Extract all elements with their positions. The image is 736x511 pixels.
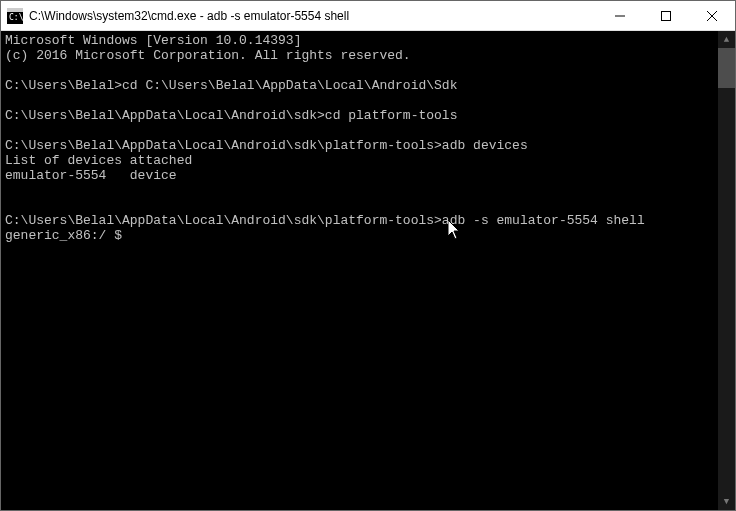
terminal-line: C:\Users\Belal\AppData\Local\Android\sdk… [5,138,528,153]
terminal-line: emulator-5554 device [5,168,177,183]
svg-rect-4 [662,11,671,20]
maximize-button[interactable] [643,1,689,30]
scroll-down-arrow-icon[interactable]: ▼ [718,493,735,510]
titlebar[interactable]: C:\ C:\Windows\system32\cmd.exe - adb -s… [1,1,735,31]
svg-text:C:\: C:\ [9,13,23,22]
terminal-content[interactable]: Microsoft Windows [Version 10.0.14393] (… [1,31,718,510]
cmd-icon: C:\ [7,8,23,24]
close-button[interactable] [689,1,735,30]
terminal-line: (c) 2016 Microsoft Corporation. All righ… [5,48,411,63]
minimize-button[interactable] [597,1,643,30]
terminal-line: Microsoft Windows [Version 10.0.14393] [5,33,301,48]
scroll-thumb[interactable] [718,48,735,88]
scroll-up-arrow-icon[interactable]: ▲ [718,31,735,48]
svg-rect-1 [7,8,23,12]
terminal-line: C:\Users\Belal\AppData\Local\Android\sdk… [5,108,457,123]
terminal-line: List of devices attached [5,153,192,168]
terminal-line: generic_x86:/ $ [5,228,122,243]
window-controls [597,1,735,30]
terminal-area[interactable]: Microsoft Windows [Version 10.0.14393] (… [1,31,735,510]
window-title: C:\Windows\system32\cmd.exe - adb -s emu… [29,9,597,23]
terminal-line: C:\Users\Belal>cd C:\Users\Belal\AppData… [5,78,457,93]
scrollbar[interactable]: ▲ ▼ [718,31,735,510]
cmd-window: C:\ C:\Windows\system32\cmd.exe - adb -s… [0,0,736,511]
terminal-line: C:\Users\Belal\AppData\Local\Android\sdk… [5,213,645,228]
